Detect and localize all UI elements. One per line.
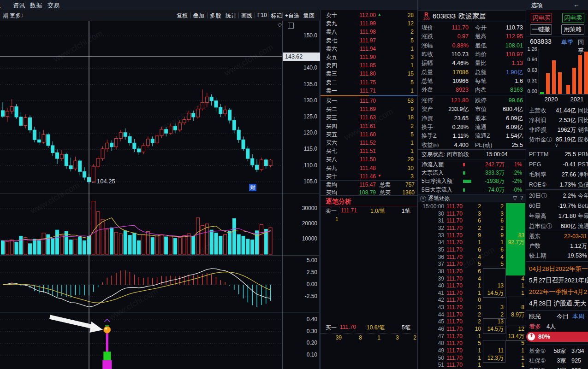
order-row[interactable]: 买二111.699 (321, 105, 418, 113)
toolbar-button-多股[interactable]: 多股 (210, 12, 221, 20)
toolbar-button-返回[interactable]: 返回 (303, 12, 315, 20)
diamond-icon[interactable]: ◇ (278, 21, 282, 28)
stock-name: 欧派家居 (458, 12, 486, 21)
order-row[interactable]: 买五111.605 (321, 130, 418, 139)
holder-row: 户数1.12万 (526, 241, 588, 251)
order-row[interactable]: 卖八111.982 (321, 28, 418, 36)
field-label: 现价 (422, 23, 433, 32)
order-row[interactable]: 买三111.6318 (321, 113, 418, 122)
order-row[interactable]: 卖五111.903 (321, 53, 418, 61)
toolbar-button-+自选[interactable]: +自选 (285, 12, 299, 20)
tick-price: 111.70 (446, 347, 466, 355)
tick-row[interactable]: 36111.7044 (418, 254, 526, 261)
stat-value: 1962万 (544, 125, 576, 135)
quote-row: 昨收110.73均价110.97 (418, 50, 526, 59)
period-more-label[interactable]: 期 更多〉 (3, 12, 26, 20)
per-trade: 10.6/笔 (367, 324, 385, 332)
toolbar-button-叠加[interactable]: 叠加 (193, 12, 204, 20)
tick-row[interactable]: 48111.7055 (418, 340, 526, 347)
order-row[interactable]: 卖九111.9912 (321, 19, 418, 28)
order-row[interactable]: 买七111.511 (321, 147, 418, 155)
tick-price: 111.70 (446, 362, 466, 369)
tick-row[interactable]: 51111.7011 (418, 362, 526, 369)
tick-row[interactable]: 49111.701111 (418, 347, 526, 355)
tick-row[interactable]: 39111.7044 (418, 275, 526, 283)
field-value: 110.73 (493, 23, 523, 32)
news-headline[interactable]: 4月28日 沪股通,无大 (529, 298, 588, 309)
tab-this-week[interactable]: 本周 (572, 312, 584, 321)
toolbar-button-统计[interactable]: 统计 (226, 12, 237, 20)
tick-row[interactable]: 38111.706 (418, 268, 526, 275)
stat-row: 主营收41.44亿同比 (526, 106, 588, 116)
order-row[interactable]: 买九111.4810 (321, 164, 418, 172)
tick-row[interactable]: 32111.7022 (418, 225, 526, 232)
order-row[interactable]: 买四111.612 (321, 122, 418, 130)
order-row[interactable]: 买一111.7053 (321, 97, 418, 105)
news-headline[interactable]: 5月27日召开2021年度 (529, 275, 588, 286)
news-badge-icon[interactable]: 财 (249, 184, 256, 191)
dotted-divider (321, 333, 418, 334)
tick-row[interactable]: 33111.709983 (418, 232, 526, 240)
menu-item[interactable]: 数据 (30, 1, 42, 10)
tick-row[interactable]: 35111.7066 (418, 246, 526, 254)
tick-row[interactable]: 41111.70114.5万1 (418, 290, 526, 297)
menu-item[interactable]: 资讯 (13, 1, 25, 10)
tick-row[interactable]: 31111.7066 (418, 217, 526, 225)
tick-volume: 6 (464, 217, 481, 225)
quote-row: 涨跌0.97最高112.95 (418, 32, 526, 41)
tick-row[interactable]: 45111.70213 (418, 318, 526, 326)
tick-row[interactable]: 46111.701014.5万12 (418, 326, 526, 333)
mini-axis-label: 0.63 (526, 67, 537, 73)
news-headline[interactable]: 2022年一季报于4月2 (529, 287, 588, 298)
order-row[interactable]: 卖二111.755 (321, 78, 418, 87)
expand-chevron-icon[interactable]: ∨ (555, 143, 558, 148)
tick-row[interactable]: 50111.70112.3万1 (418, 355, 526, 362)
back-arrow-icon[interactable]: ← (573, 1, 579, 8)
plain-button[interactable]: 一键撤 (530, 24, 552, 35)
toolbar-button-标记[interactable]: 标记 (271, 12, 282, 20)
collapse-icon[interactable]: ∨ (420, 196, 426, 202)
tick-row[interactable]: 43111.70338 (418, 304, 526, 311)
toolbar-button-F10[interactable]: F10 (257, 12, 267, 18)
order-row[interactable]: 买六111.521 (321, 139, 418, 147)
menu-item[interactable]: 选项 (531, 1, 543, 10)
menu-item[interactable]: 观 (0, 1, 0, 10)
tick-volume: 1 (464, 362, 481, 369)
order-row[interactable]: 卖七111.975 (321, 36, 418, 45)
tick-row[interactable]: 47111.70113.4万 (418, 333, 526, 340)
order-row[interactable]: 卖三111.8015 (321, 70, 418, 78)
tick-row[interactable]: 15:00:00111.7022 (418, 203, 526, 211)
tick-row[interactable]: 34111.701192.7万 (418, 239, 526, 246)
tick-row[interactable]: 30111.7033 (418, 211, 526, 218)
plain-button[interactable]: 用策略 (561, 24, 584, 35)
field-label: 振幅 (422, 59, 433, 68)
toolbar-button-画线[interactable]: 画线 (241, 12, 252, 20)
header-spacer (418, 0, 526, 11)
level-label: 买一 (326, 324, 337, 332)
order-row[interactable]: 买十111.46▼3 (321, 172, 418, 181)
order-row[interactable]: 卖四111.851 (321, 61, 418, 70)
toolbar-button-复权[interactable]: 复权 (177, 12, 188, 20)
order-row[interactable]: 卖十112.00▲28 (321, 11, 418, 19)
filter-icon[interactable]: ▽ (513, 194, 517, 202)
money-flow-row: 5日净流入额-1938万-2% (418, 177, 526, 185)
menu-item[interactable]: 交易 (48, 1, 59, 10)
mini-axis-label: 0.00 (526, 88, 537, 94)
order-row[interactable]: 买八111.5029 (321, 155, 418, 164)
split-view-icon[interactable] (288, 23, 294, 29)
flash-buy-button[interactable]: 闪电买 (531, 13, 552, 23)
tick-row[interactable]: 42111.700 (418, 297, 526, 304)
flash-sell-button[interactable]: 闪电卖 (562, 13, 584, 23)
tick-price: 111.70 (446, 239, 466, 246)
tick-row[interactable]: 37111.7055 (418, 261, 526, 268)
stat-label: 60日 (529, 201, 541, 211)
order-row[interactable]: 卖一111.711 (321, 87, 418, 95)
help-icon[interactable]: ? (520, 194, 523, 202)
tab-single-quarter[interactable]: 单季 (561, 38, 573, 47)
qty-cell: 28 (380, 11, 414, 19)
tab-today[interactable]: 今日 (557, 312, 569, 321)
news-headline[interactable]: 04月28日2022年第一 (529, 264, 588, 275)
tick-row[interactable]: 40111.701131 (418, 282, 526, 290)
order-row[interactable]: 卖六111.941 (321, 45, 418, 53)
tick-row[interactable]: 44111.70228.9万 (418, 311, 526, 319)
